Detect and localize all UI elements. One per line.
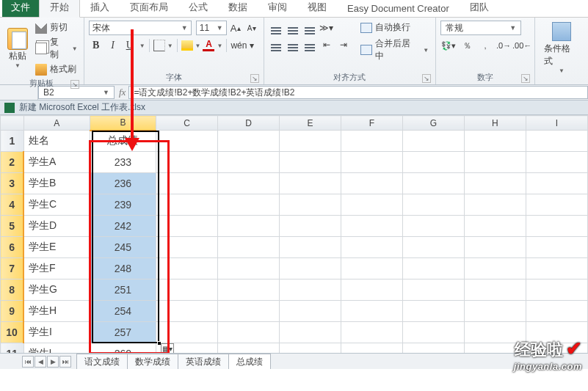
cell[interactable] xyxy=(403,216,465,237)
italic-button[interactable]: I xyxy=(106,38,120,53)
cell[interactable] xyxy=(280,279,341,301)
increase-indent-button[interactable]: ⇥ xyxy=(336,37,351,52)
cell[interactable]: 学生A xyxy=(23,152,90,173)
alignment-launcher[interactable]: ↘ xyxy=(422,74,431,83)
row-header[interactable]: 10 xyxy=(1,322,24,343)
cell[interactable] xyxy=(464,194,526,216)
align-right-button[interactable] xyxy=(302,37,317,52)
cell[interactable] xyxy=(218,322,280,343)
cell[interactable] xyxy=(156,279,218,301)
cell[interactable] xyxy=(341,237,403,258)
cell[interactable] xyxy=(280,173,341,194)
cell[interactable] xyxy=(403,131,465,152)
row-header[interactable]: 7 xyxy=(1,258,24,279)
bold-button[interactable]: B xyxy=(89,38,104,53)
cell[interactable] xyxy=(403,152,465,173)
cell[interactable] xyxy=(218,194,280,216)
cell[interactable] xyxy=(526,301,587,322)
edc-tab[interactable]: Easy Document Creator xyxy=(337,0,460,17)
table-row[interactable]: 5学生D242 xyxy=(1,216,588,237)
cell[interactable]: 总成绩 xyxy=(90,131,156,152)
cell[interactable]: 学生C xyxy=(23,194,90,216)
cell[interactable]: 236 xyxy=(90,173,156,194)
cell[interactable] xyxy=(156,322,218,343)
wrap-text-button[interactable]: 自动换行 xyxy=(358,21,431,34)
cell[interactable]: 248 xyxy=(90,258,156,279)
paste-button[interactable]: 粘贴 ▼ xyxy=(4,21,31,76)
cell[interactable] xyxy=(341,194,403,216)
cell[interactable] xyxy=(156,194,218,216)
sheet-nav-last[interactable]: ⏭ xyxy=(59,356,71,368)
cell[interactable]: 251 xyxy=(90,279,156,301)
cell[interactable]: 233 xyxy=(90,152,156,173)
table-row[interactable]: 3学生B236 xyxy=(1,173,588,194)
cell[interactable] xyxy=(464,301,526,322)
formulas-tab[interactable]: 公式 xyxy=(178,0,218,17)
cell[interactable] xyxy=(280,237,341,258)
row-header[interactable]: 4 xyxy=(1,194,24,216)
col-header-I[interactable]: I xyxy=(526,116,587,131)
border-button[interactable] xyxy=(153,40,165,51)
cell[interactable] xyxy=(156,258,218,279)
cell[interactable] xyxy=(403,301,465,322)
sheet-tab-3[interactable]: 英语成绩 xyxy=(178,354,229,370)
cell[interactable] xyxy=(403,237,465,258)
table-row[interactable]: 1姓名总成绩 xyxy=(1,131,588,152)
cell[interactable]: 学生D xyxy=(23,216,90,237)
file-tab[interactable]: 文件 xyxy=(2,0,39,17)
view-tab[interactable]: 视图 xyxy=(297,0,337,17)
cell[interactable] xyxy=(526,279,587,301)
percent-button[interactable]: ％ xyxy=(459,38,475,53)
cell[interactable] xyxy=(464,131,526,152)
cell[interactable] xyxy=(280,216,341,237)
cell[interactable] xyxy=(341,216,403,237)
select-all-corner[interactable] xyxy=(1,116,24,131)
home-tab[interactable]: 开始 xyxy=(39,0,80,18)
cell[interactable] xyxy=(218,131,280,152)
row-header[interactable]: 9 xyxy=(1,301,24,322)
cell[interactable] xyxy=(156,152,218,173)
row-header[interactable]: 5 xyxy=(1,216,24,237)
cell[interactable] xyxy=(341,301,403,322)
cell[interactable] xyxy=(464,216,526,237)
cell[interactable] xyxy=(218,279,280,301)
cell[interactable] xyxy=(464,173,526,194)
font-size-dropdown[interactable]: 11▼ xyxy=(196,21,227,35)
cell[interactable] xyxy=(526,173,587,194)
cell[interactable] xyxy=(280,194,341,216)
cell[interactable] xyxy=(341,258,403,279)
orientation-button[interactable]: ≫▾ xyxy=(319,21,334,35)
cell[interactable] xyxy=(218,258,280,279)
number-launcher[interactable]: ↘ xyxy=(521,74,530,83)
sheet-tab-1[interactable]: 语文成绩 xyxy=(76,354,128,370)
cell[interactable] xyxy=(526,194,587,216)
cell[interactable] xyxy=(341,173,403,194)
comma-button[interactable]: , xyxy=(477,38,493,53)
table-row[interactable]: 2学生A233 xyxy=(1,152,588,173)
merge-center-button[interactable]: 合并后居中▼ xyxy=(358,37,431,63)
col-header-H[interactable]: H xyxy=(464,116,526,131)
align-bottom-button[interactable] xyxy=(302,21,317,35)
cell[interactable] xyxy=(156,173,218,194)
clipboard-launcher[interactable]: ↘ xyxy=(70,80,79,89)
accounting-button[interactable]: 💱▾ xyxy=(440,38,457,53)
cell[interactable] xyxy=(280,131,341,152)
cut-button[interactable]: 剪切 xyxy=(34,21,79,34)
increase-font-button[interactable]: A▴ xyxy=(228,21,243,35)
fill-color-button[interactable] xyxy=(181,40,193,51)
cell[interactable] xyxy=(526,131,587,152)
conditional-format-button[interactable]: 条件格式 ▼ xyxy=(540,21,584,76)
cell[interactable] xyxy=(403,194,465,216)
col-header-E[interactable]: E xyxy=(280,116,341,131)
cell[interactable] xyxy=(156,237,218,258)
cell[interactable] xyxy=(341,131,403,152)
cell[interactable]: 学生H xyxy=(23,301,90,322)
table-row[interactable]: 8学生G251 xyxy=(1,279,588,301)
cell[interactable] xyxy=(403,322,465,343)
cell[interactable] xyxy=(526,152,587,173)
sheet-nav-first[interactable]: ⏮ xyxy=(22,356,34,368)
increase-decimal-button[interactable]: .0→ xyxy=(496,38,512,53)
align-top-button[interactable] xyxy=(269,21,283,35)
col-header-C[interactable]: C xyxy=(156,116,218,131)
copy-button[interactable]: 复制▼ xyxy=(34,35,79,62)
